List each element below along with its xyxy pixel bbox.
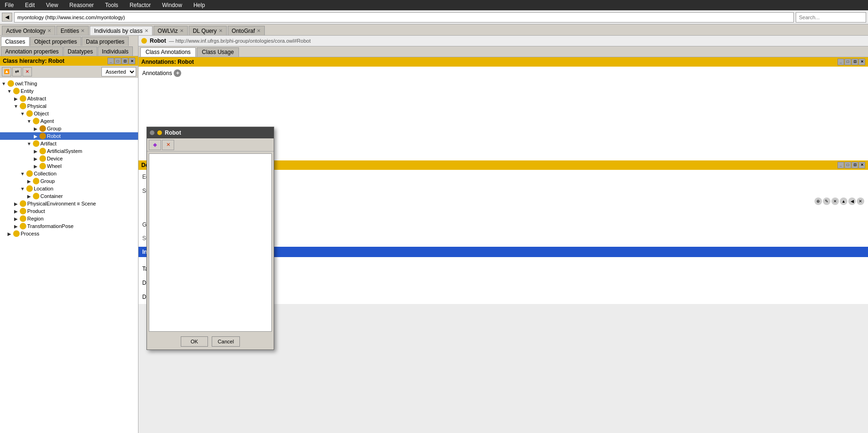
menu-help[interactable]: Help [191,1,208,9]
annot-wc-min[interactable]: _ [837,59,844,65]
subclass-agent-action2[interactable]: ✎ [823,198,830,205]
toggle-object[interactable]: ▼ [20,111,25,116]
tree-item-group-agent[interactable]: ▶ Group [0,125,138,132]
toggle-entity[interactable]: ▼ [7,89,12,94]
hierarchy-delete-btn[interactable]: ✕ [23,67,32,76]
toggle-device[interactable]: ▶ [33,156,38,161]
toggle-group-agent[interactable]: ▶ [33,126,38,131]
tree-item-transformation-pose[interactable]: ▶ TransformationPose [0,222,138,230]
modal-cancel-button[interactable]: Cancel [212,336,240,347]
ptab-object-properties[interactable]: Object properties [30,37,81,46]
toggle-container[interactable]: ▶ [26,194,32,199]
ontab-close-ontograf[interactable]: ✕ [257,28,261,33]
ontab-owlviz[interactable]: OWLViz ✕ [154,26,188,35]
menu-window[interactable]: Window [159,1,185,9]
modal-x-btn[interactable]: ✕ [162,140,174,150]
menu-tools[interactable]: Tools [102,1,121,9]
toggle-artificial-system[interactable]: ▶ [33,149,38,154]
asserted-select[interactable]: Asserted [101,67,136,76]
hierarchy-add-btn[interactable]: 🔼 [2,67,11,76]
ontab-close-entities[interactable]: ✕ [81,28,84,33]
tree-item-container[interactable]: ▶ Container [0,192,138,200]
annot-wc-max[interactable]: □ [845,59,851,65]
menu-file[interactable]: File [2,1,16,9]
wc-maximize[interactable]: □ [115,58,121,64]
ontab-entities[interactable]: Entities ✕ [56,26,89,35]
subclass-agent-action4[interactable]: ▲ [840,198,847,205]
modal-diamond-btn[interactable]: ◆ [149,140,161,150]
ontab-close-individuals-by-class[interactable]: ✕ [145,28,148,33]
address-input[interactable] [14,12,794,23]
tree-item-owlthing[interactable]: ▼ owl:Thing [0,80,138,87]
menu-refactor[interactable]: Refactor [127,1,154,9]
modal-ok-button[interactable]: OK [181,336,208,347]
desc-wc-min[interactable]: _ [837,162,844,168]
wc-minimize[interactable]: _ [108,58,114,64]
rtab-class-annotations[interactable]: Class Annotations [140,47,196,57]
ontab-close-owlviz[interactable]: ✕ [180,28,184,33]
menu-view[interactable]: View [43,1,61,9]
ontab-ontograf[interactable]: OntoGraf ✕ [228,26,265,35]
tree-item-device[interactable]: ▶ Device [0,155,138,162]
ptab-individuals[interactable]: Individuals [98,46,133,56]
toggle-owlthing[interactable]: ▼ [1,81,7,86]
tree-item-artifact[interactable]: ▼ Artifact [0,140,138,147]
toggle-physenv[interactable]: ▶ [13,201,19,206]
desc-wc-rest[interactable]: ⊡ [852,162,858,168]
nav-back-button[interactable]: ◀ [2,13,12,22]
tree-item-physical[interactable]: ▼ Physical [0,102,138,110]
tree-item-abstract[interactable]: ▶ Abstract [0,95,138,102]
hierarchy-sync-btn[interactable]: ⇄ [12,67,22,76]
ontab-close-active-ontology[interactable]: ✕ [47,28,51,33]
tree-item-robot[interactable]: ▶ Robot [0,132,138,140]
toggle-region[interactable]: ▶ [13,216,19,221]
toggle-collection[interactable]: ▼ [20,171,25,176]
toggle-physical[interactable]: ▼ [13,104,19,109]
toggle-group-collection[interactable]: ▶ [26,179,32,184]
search-input[interactable] [796,12,866,23]
annot-wc-rest[interactable]: ⊡ [852,59,858,65]
menu-reasoner[interactable]: Reasoner [67,1,97,9]
toggle-artifact[interactable]: ▼ [26,141,32,146]
menu-edit[interactable]: Edit [22,1,38,9]
desc-wc-close[interactable]: ✕ [859,162,865,168]
ontab-active-ontology[interactable]: Active Ontology ✕ [2,26,55,35]
tree-item-product[interactable]: ▶ Product [0,207,138,215]
tree-item-agent[interactable]: ▼ Agent [0,117,138,125]
toggle-transformation-pose[interactable]: ▶ [13,224,19,229]
toggle-process[interactable]: ▶ [7,231,12,236]
ontab-individuals-by-class[interactable]: Individuals by class ✕ [90,26,152,35]
tree-item-artificial-system[interactable]: ▶ ArtificialSystem [0,147,138,155]
toggle-product[interactable]: ▶ [13,209,19,214]
toggle-wheel[interactable]: ▶ [33,164,38,169]
toggle-location[interactable]: ▼ [20,186,25,191]
tree-item-collection[interactable]: ▼ Collection [0,170,138,177]
subclass-agent-action5[interactable]: ◀ [848,198,856,205]
tree-item-physenv[interactable]: ▶ PhysicalEnvironment ≡ Scene [0,200,138,207]
subclass-agent-action1[interactable]: ⊕ [814,198,822,205]
tree-item-process[interactable]: ▶ Process [0,230,138,237]
ptab-data-properties[interactable]: Data properties [82,37,129,46]
tree-item-region[interactable]: ▶ Region [0,215,138,222]
subclass-agent-action6[interactable]: ✕ [857,198,864,205]
tree-item-entity[interactable]: ▼ Entity [0,87,138,95]
tree-item-object[interactable]: ▼ Object [0,110,138,117]
wc-close[interactable]: ✕ [129,58,135,64]
ontab-dl-query[interactable]: DL Query ✕ [189,26,227,35]
toggle-abstract[interactable]: ▶ [13,96,19,101]
wc-restore[interactable]: ⊡ [122,58,128,64]
ptab-classes[interactable]: Classes [1,37,30,46]
tree-item-group-collection[interactable]: ▶ Group [0,177,138,185]
tree-item-wheel[interactable]: ▶ Wheel [0,162,138,170]
ptab-annotation-properties[interactable]: Annotation properties [1,46,63,56]
annotations-add-btn[interactable]: + [174,69,181,77]
ontab-close-dl-query[interactable]: ✕ [219,28,223,33]
tree-item-location[interactable]: ▼ Location [0,185,138,192]
rtab-class-usage[interactable]: Class Usage [197,47,239,57]
toggle-robot[interactable]: ▶ [33,134,38,139]
toggle-agent[interactable]: ▼ [26,119,32,124]
ptab-datatypes[interactable]: Datatypes [63,46,97,56]
desc-wc-max[interactable]: □ [845,162,851,168]
subclass-agent-action3[interactable]: ✕ [831,198,839,205]
annot-wc-close[interactable]: ✕ [859,59,865,65]
